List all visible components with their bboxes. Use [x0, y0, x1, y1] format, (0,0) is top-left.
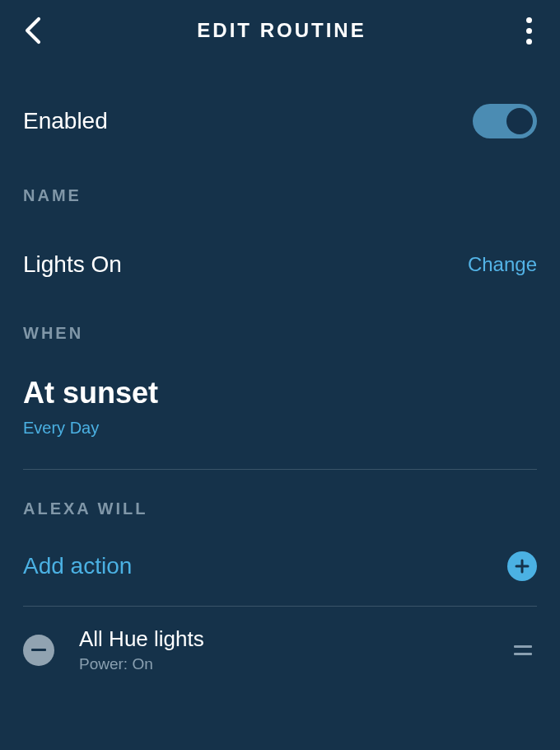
trigger-recurrence[interactable]: Every Day	[23, 419, 537, 438]
action-title: All Hue lights	[79, 626, 509, 652]
remove-action-icon[interactable]	[23, 635, 54, 666]
enabled-toggle[interactable]	[473, 104, 537, 138]
action-item[interactable]: All Hue lights Power: On	[23, 623, 537, 677]
alexa-will-title: ALEXA WILL	[23, 499, 537, 518]
add-icon[interactable]	[507, 551, 537, 581]
when-section-title: WHEN	[23, 324, 537, 343]
back-icon[interactable]	[21, 15, 44, 46]
add-action-row[interactable]: Add action	[23, 551, 537, 581]
trigger-title[interactable]: At sunset	[23, 376, 537, 410]
enabled-label: Enabled	[23, 108, 108, 134]
action-subtitle: Power: On	[79, 655, 509, 673]
add-action-label: Add action	[23, 553, 132, 579]
page-title: EDIT ROUTINE	[197, 19, 366, 42]
drag-handle-icon[interactable]	[509, 645, 537, 655]
more-icon[interactable]	[519, 17, 539, 45]
routine-name: Lights On	[23, 251, 122, 278]
change-name-link[interactable]: Change	[468, 253, 537, 276]
name-section-title: NAME	[23, 186, 537, 205]
